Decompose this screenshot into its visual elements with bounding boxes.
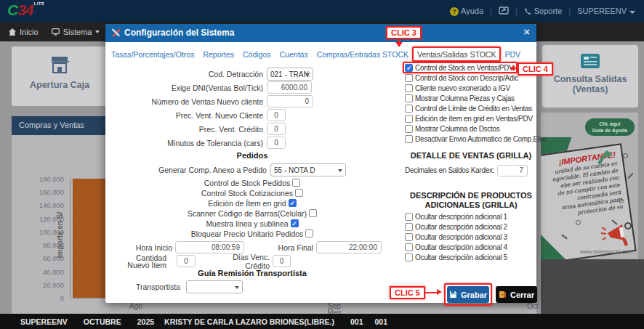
control-stock-pedidos-label: Control de Stock Pedidos [204, 179, 290, 187]
decimales-kardex-input[interactable] [497, 165, 528, 176]
poster-decoration [619, 198, 624, 203]
tab-pdv[interactable]: PDV [504, 50, 520, 59]
dialog-footer: Grabar Cerrar [447, 286, 537, 303]
page-background [541, 259, 644, 314]
status-caja: 001 [375, 317, 388, 326]
prec-credito-input[interactable] [267, 123, 286, 135]
check-label: Ocultar descripción adicional 3 [415, 233, 507, 241]
tab-ventas-salidas-stock[interactable]: Ventas/Salidas STOCK [417, 50, 496, 59]
exige-dni-input[interactable] [267, 81, 312, 94]
form-left-column: Cod. Detracción021 - TRAN: Exige DNI(Ven… [110, 68, 395, 294]
tab-tasas-porcentajes-otros[interactable]: Tasas/Porcentajes/Otros [111, 50, 194, 59]
scanner-barras-label: Scanner Código de Barras(Celular) [188, 209, 307, 218]
hora-final-input[interactable] [316, 241, 382, 253]
bloquear-precio-checkbox[interactable] [305, 230, 313, 237]
minutos-input[interactable] [267, 137, 286, 149]
status-year: 2025 [137, 317, 154, 326]
y-axis-line [70, 179, 71, 298]
cod-detraccion-select[interactable]: 021 - TRAN: [267, 68, 313, 81]
prec-credito-label: Prec. Vent. Crédito [110, 125, 267, 134]
control-stock-cotizaciones-checkbox[interactable] [295, 189, 303, 197]
help-menu-item[interactable]: ?Ayuda [450, 7, 483, 16]
tab-compras-entradas-stock[interactable]: Compras/Entradas STOCK [317, 50, 408, 59]
status-bar: SUPEREENV OCTUBRE 2025 KRISTY DE CARLA L… [0, 314, 644, 329]
cantidad-nuevo-item-input[interactable] [177, 255, 196, 267]
poster-website: www.sistemac34.com [580, 248, 632, 255]
scanner-barras-checkbox[interactable] [309, 209, 317, 217]
close-icon[interactable]: × [523, 25, 530, 38]
ocultar-adicional-4-checkbox[interactable] [405, 243, 413, 251]
ocultar-adicional-5-checkbox[interactable] [405, 253, 413, 261]
control-stock-cotizaciones-label: Control Stock Cotizaciones [201, 189, 293, 198]
control-limite-credito-checkbox[interactable] [405, 105, 413, 113]
ocultar-adicional-1-checkbox[interactable] [405, 213, 413, 221]
dias-venc-credito-input[interactable] [273, 255, 291, 267]
phone-icon [524, 7, 532, 15]
grabar-button[interactable]: Grabar [447, 286, 489, 303]
poster-decoration [576, 220, 581, 225]
consulta-salidas-label2: (Ventas) [542, 84, 638, 94]
generar-select[interactable]: 55 - NOTA D [270, 163, 346, 176]
support-menu-item[interactable]: Soporte [524, 7, 563, 16]
nav-item-sistema[interactable]: Sistema [52, 28, 100, 36]
edicion-item-grid-checkbox[interactable] [289, 199, 297, 207]
tab-reportes[interactable]: Reportes [203, 50, 234, 59]
hora-inicio-input[interactable] [175, 241, 244, 253]
ocultar-adicional-3-checkbox[interactable] [405, 233, 413, 241]
hora-final-label: Hora Final [244, 243, 313, 252]
clic5-arrowhead [437, 289, 442, 295]
cod-detraccion-label: Cod. Detracción [110, 70, 267, 78]
muestra-linea-label: Muestra linea y sublinea [206, 219, 288, 228]
edicion-item-grid-ventas-checkbox[interactable] [405, 115, 413, 123]
descripcion-productos-heading2: ADICIONALES (GRILLA) [405, 200, 537, 210]
y-tick: 180.000 [28, 175, 64, 183]
num-ventas-label: Número de Ventas Nuevo cliente [110, 97, 267, 106]
x-tick-ago: Ago [114, 302, 158, 310]
check-label: Desactivar Envio Automatico de Comp.Elec [415, 135, 547, 143]
clic3-annotation: CLIC 3 [386, 26, 422, 39]
prec-nuevo-label: Prec. Vent. Nuevo Cliente [110, 111, 267, 120]
guia-remision-heading: Guía Remisión Transportista [110, 269, 395, 279]
control-stock-pedidos-checkbox[interactable] [292, 179, 300, 187]
ocultar-adicional-2-checkbox[interactable] [405, 223, 413, 231]
check-row-control-stock-ventas: Control de Stock en Ventas/PDV [405, 63, 514, 73]
y-tick: 20.000 [28, 281, 64, 289]
check-label: Ocultar descripción adicional 4 [415, 243, 507, 251]
transportista-select[interactable] [186, 280, 243, 293]
guia-ayuda-button[interactable]: Clic aquíGuía de Ayuda [585, 118, 635, 136]
pedidos-heading: Pedidos [110, 151, 395, 161]
muestra-linea-checkbox[interactable] [291, 219, 299, 227]
consulta-salidas-card[interactable]: Consulta Salidas (Ventas) [542, 45, 638, 107]
minutos-label: Minutos de Tolerancia (cars) [110, 139, 267, 147]
cliente-exonerado-igv-checkbox[interactable] [405, 84, 413, 92]
user-menu[interactable]: SUPEREENV [577, 7, 635, 15]
check-label: Ocultar descripción adicional 5 [415, 253, 507, 261]
nav-item-inicio[interactable]: Inicio [9, 28, 39, 36]
control-stock-ventas-pdv-checkbox[interactable] [405, 64, 413, 72]
dias-venc-credito-label: Días Venc. Crédito [209, 253, 270, 270]
dialog-title: Configuración del Sistema [124, 28, 234, 38]
control-stock-ventas-pdv-label: Control de Stock en Ventas/PDV [415, 64, 514, 72]
home-icon [9, 28, 16, 36]
poster-decoration [541, 235, 565, 259]
mostrar-piezas-cajas-checkbox[interactable] [405, 94, 413, 102]
apertura-caja-card[interactable]: Apertura Caja [12, 46, 108, 106]
clic5-annotation: CLIC 5 [390, 286, 425, 299]
prec-nuevo-input[interactable] [267, 109, 286, 121]
list-icon [581, 54, 600, 68]
bloquear-precio-label: Bloquear Precio Unitario Pedidos [191, 230, 304, 238]
screenshare-icon[interactable] [499, 7, 509, 15]
control-stock-descrip-checkbox[interactable] [405, 74, 413, 82]
num-ventas-input[interactable] [267, 95, 313, 107]
mostrar-columna-dsctos-checkbox[interactable] [405, 125, 413, 133]
desactivar-envio-checkbox[interactable] [405, 135, 413, 143]
clic4-arrowhead [510, 65, 515, 71]
check-label: Edición de ítem en grid en Ventas/PDV [415, 115, 533, 123]
tab-cuentas[interactable]: Cuentas [280, 50, 308, 59]
x-tick-oct: Oct [511, 302, 555, 310]
tab-codigos[interactable]: Códigos [243, 50, 271, 59]
app-logo[interactable]: C34LITE [7, 1, 45, 19]
cerrar-button[interactable]: Cerrar [496, 286, 537, 303]
store-icon [49, 55, 70, 74]
form-right-column: Control de Stock en Ventas/PDV Control d… [405, 63, 537, 263]
